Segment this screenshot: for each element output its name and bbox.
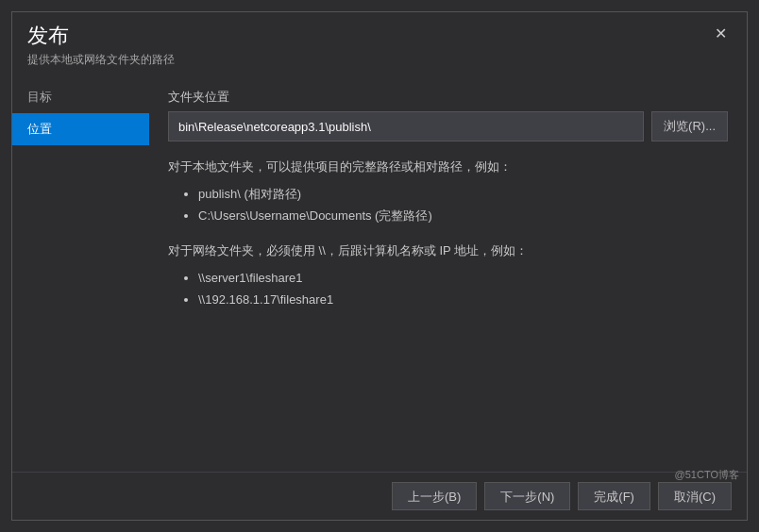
path-input[interactable] [168, 111, 644, 141]
content-area: 文件夹位置 浏览(R)... 对于本地文件夹，可以提供项目的完整路径或相对路径，… [149, 74, 747, 472]
hint1-item-1: publish\ (相对路径) [198, 183, 728, 205]
hint2-text: 对于网络文件夹，必须使用 \\，后跟计算机名称或 IP 地址，例如： [168, 241, 728, 261]
title-bar: 发布 提供本地或网络文件夹的路径 ✕ [12, 12, 747, 74]
cancel-button[interactable]: 取消(C) [658, 482, 732, 510]
next-button[interactable]: 下一步(N) [484, 482, 570, 510]
hint2-list: \\server1\fileshare1 \\192.168.1.17\file… [168, 267, 728, 311]
sidebar-item-location[interactable]: 位置 [12, 113, 149, 145]
finish-button[interactable]: 完成(F) [578, 482, 650, 510]
hint2-item-1: \\server1\fileshare1 [198, 267, 728, 289]
publish-dialog: 发布 提供本地或网络文件夹的路径 ✕ 目标 位置 文件夹位置 浏览(R)... … [11, 11, 748, 521]
browse-button[interactable]: 浏览(R)... [651, 111, 728, 141]
sidebar-item-target[interactable]: 目标 [12, 81, 149, 113]
sidebar: 目标 位置 [12, 74, 149, 472]
folder-location-label: 文件夹位置 [168, 89, 728, 106]
dialog-body: 目标 位置 文件夹位置 浏览(R)... 对于本地文件夹，可以提供项目的完整路径… [12, 74, 747, 472]
hint1-list: publish\ (相对路径) C:\Users\Username\Docume… [168, 183, 728, 227]
path-input-row: 浏览(R)... [168, 111, 728, 141]
watermark: @51CTO博客 [675, 468, 739, 482]
dialog-subtitle: 提供本地或网络文件夹的路径 [27, 52, 175, 68]
close-button[interactable]: ✕ [709, 22, 732, 44]
hint2-item-2: \\192.168.1.17\fileshare1 [198, 289, 728, 310]
hint-section-network: 对于网络文件夹，必须使用 \\，后跟计算机名称或 IP 地址，例如： \\ser… [168, 241, 728, 311]
hint-section-local: 对于本地文件夹，可以提供项目的完整路径或相对路径，例如： publish\ (相… [168, 157, 728, 227]
dialog-title: 发布 [27, 22, 175, 50]
dialog-footer: 上一步(B) 下一步(N) 完成(F) 取消(C) [12, 472, 747, 520]
title-section: 发布 提供本地或网络文件夹的路径 [27, 22, 175, 68]
back-button[interactable]: 上一步(B) [392, 482, 477, 510]
hint1-text: 对于本地文件夹，可以提供项目的完整路径或相对路径，例如： [168, 157, 728, 177]
hint1-item-2: C:\Users\Username\Documents (完整路径) [198, 205, 728, 226]
